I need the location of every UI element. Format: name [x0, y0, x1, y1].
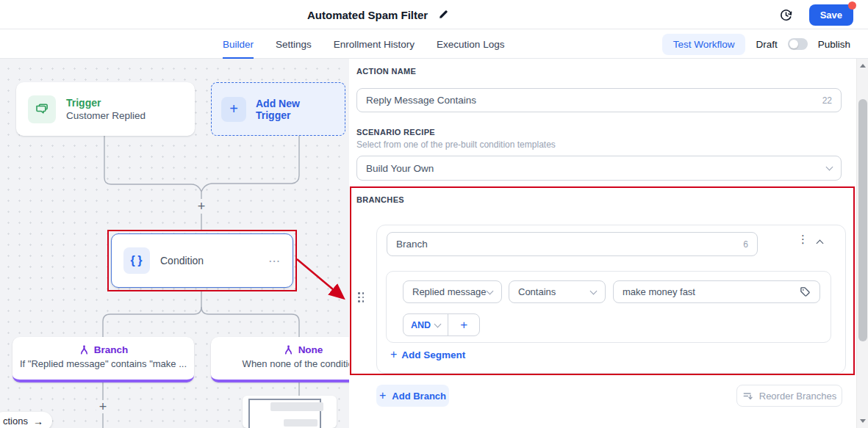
logic-operator-select[interactable]: AND	[403, 314, 448, 335]
publish-label: Publish	[818, 39, 850, 50]
chevron-down-icon	[590, 287, 598, 294]
plus-icon: +	[390, 349, 397, 360]
add-new-trigger-label: Add New Trigger	[256, 98, 335, 121]
branch-name-value: Branch	[396, 239, 428, 250]
none-node-title: None	[298, 344, 323, 355]
segment-field-value: Replied message	[412, 286, 486, 297]
add-condition-button[interactable]: +	[448, 314, 479, 335]
branch-fork-icon	[283, 344, 294, 355]
branches-label: BRANCHES	[356, 195, 404, 204]
none-node-subtitle: When none of the conditions	[211, 358, 349, 369]
plus-icon: +	[460, 318, 467, 333]
branch-node-subtitle: If "Replied message" contains "make ...	[12, 358, 194, 369]
workflow-title: Automated Spam Filter	[307, 9, 428, 21]
plus-icon: +	[221, 97, 246, 122]
add-branch-button[interactable]: + Add Branch	[376, 385, 449, 407]
scrollbar-thumb[interactable]	[858, 99, 867, 341]
segment-value-input[interactable]: make money fast	[613, 280, 820, 303]
action-settings-panel: ACTION NAME Reply Message Contains 22 SC…	[349, 59, 856, 428]
branch-card: Branch 6 ⋮ Replied message Contains make…	[376, 225, 846, 374]
tag-icon[interactable]	[800, 286, 811, 297]
toggle-knob	[789, 40, 798, 48]
scenario-recipe-select[interactable]: Build Your Own	[356, 156, 842, 181]
save-label: Save	[820, 10, 842, 21]
scenario-recipe-label: SCENARIO RECIPE	[356, 128, 435, 137]
chevron-down-icon	[434, 320, 442, 327]
test-workflow-button[interactable]: Test Workflow	[662, 34, 746, 55]
top-header: Automated Spam Filter Save	[0, 0, 868, 29]
add-action-plus-button[interactable]: +	[96, 400, 110, 413]
condition-node[interactable]: { } Condition ⋯	[111, 233, 293, 288]
main-area: Trigger Customer Replied + Add New Trigg…	[0, 59, 868, 428]
panel-scrollbar[interactable]	[856, 59, 868, 428]
scroll-down-arrow[interactable]	[860, 419, 866, 423]
publish-toggle[interactable]	[788, 38, 808, 50]
add-new-trigger-node[interactable]: + Add New Trigger	[211, 82, 345, 136]
skeleton-node	[243, 396, 337, 428]
branch-node[interactable]: Branch If "Replied message" contains "ma…	[12, 337, 194, 382]
actions-pill-label: ctions	[3, 416, 28, 427]
chevron-down-icon	[826, 164, 833, 171]
segment-field-select[interactable]: Replied message	[403, 280, 502, 303]
save-button[interactable]: Save	[809, 4, 853, 26]
segment-operator-value: Contains	[518, 286, 556, 297]
unsaved-changes-dot	[848, 1, 856, 10]
char-count: 22	[822, 95, 832, 106]
trigger-node-title: Trigger	[66, 97, 146, 109]
segment-operator-select[interactable]: Contains	[509, 280, 606, 303]
segment-card: Replied message Contains make money fast	[386, 271, 831, 343]
add-branch-label: Add Branch	[392, 391, 446, 402]
action-name-value: Reply Message Contains	[366, 95, 476, 106]
reorder-branches-button[interactable]: Reorder Branches	[736, 385, 842, 407]
edit-title-icon[interactable]	[438, 10, 448, 20]
plus-icon: +	[379, 390, 386, 402]
add-segment-button[interactable]: + Add Segment	[390, 349, 465, 360]
tab-builder[interactable]: Builder	[223, 29, 254, 59]
trigger-node[interactable]: Trigger Customer Replied	[16, 82, 195, 136]
draft-label: Draft	[756, 39, 777, 50]
branch-name-count: 6	[743, 239, 748, 250]
scenario-recipe-value: Build Your Own	[366, 163, 434, 174]
node-menu-icon[interactable]: ⋯	[268, 254, 281, 268]
chevron-down-icon	[487, 287, 494, 294]
branch-drag-handle[interactable]	[358, 292, 365, 302]
arrow-right-icon: →	[33, 416, 43, 427]
collapse-branch-chevron-icon[interactable]	[817, 240, 824, 247]
reorder-icon	[742, 391, 753, 401]
scenario-recipe-hint: Select from one of the pre-built conditi…	[356, 139, 556, 150]
condition-node-label: Condition	[160, 255, 204, 266]
tab-settings[interactable]: Settings	[276, 29, 312, 59]
workflow-canvas[interactable]: Trigger Customer Replied + Add New Trigg…	[0, 59, 349, 428]
actions-pill[interactable]: ctions →	[0, 412, 52, 428]
workflow-tabbar: Builder Settings Enrollment History Exec…	[0, 29, 868, 59]
branch-node-title: Branch	[94, 344, 129, 355]
tab-execution-logs[interactable]: Execution Logs	[437, 29, 504, 59]
add-action-plus-button[interactable]: +	[195, 200, 208, 213]
branch-kebab-menu-icon[interactable]: ⋮	[797, 233, 808, 246]
none-branch-node[interactable]: None When none of the conditions	[211, 337, 349, 382]
condition-braces-icon: { }	[123, 247, 150, 274]
action-name-input[interactable]: Reply Message Contains 22	[356, 88, 842, 112]
version-history-icon[interactable]	[779, 8, 793, 22]
chat-icon	[28, 95, 56, 123]
logic-operator-group: AND +	[403, 313, 480, 336]
branch-fork-icon	[79, 344, 90, 355]
segment-value-text: make money fast	[623, 286, 695, 297]
tab-enrollment-history[interactable]: Enrollment History	[334, 29, 415, 59]
branch-name-input[interactable]: Branch 6	[387, 232, 758, 256]
action-name-label: ACTION NAME	[356, 67, 416, 76]
trigger-node-subtitle: Customer Replied	[66, 110, 146, 121]
scroll-up-arrow[interactable]	[860, 64, 866, 68]
reorder-branches-label: Reorder Branches	[759, 391, 837, 402]
logic-operator-value: AND	[411, 320, 431, 330]
add-segment-label: Add Segment	[401, 349, 465, 360]
